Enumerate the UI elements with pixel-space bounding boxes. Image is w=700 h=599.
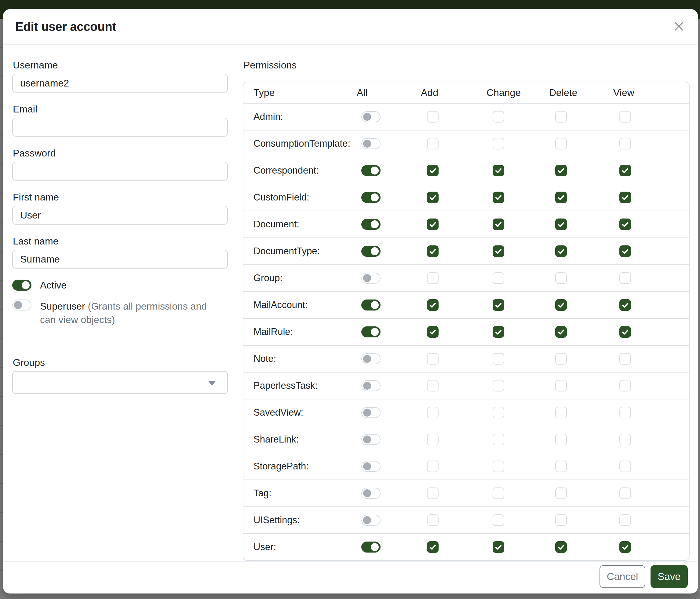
superuser-toggle[interactable] (12, 300, 31, 311)
permission-change-checkbox[interactable] (493, 192, 504, 203)
checkmark-icon (495, 167, 502, 174)
permission-add-checkbox[interactable] (427, 326, 439, 338)
permission-view-checkbox[interactable] (619, 460, 631, 472)
permission-add-checkbox[interactable] (427, 218, 439, 230)
permission-all-toggle[interactable] (361, 272, 380, 284)
permission-all-toggle[interactable] (361, 488, 380, 499)
permission-all-toggle[interactable] (361, 219, 380, 230)
permission-delete-checkbox[interactable] (555, 138, 567, 149)
permission-change-checkbox[interactable] (493, 487, 504, 499)
permission-delete-checkbox[interactable] (555, 165, 567, 176)
permission-all-toggle[interactable] (361, 380, 380, 391)
permission-delete-checkbox[interactable] (555, 326, 567, 338)
permission-change-checkbox[interactable] (493, 353, 504, 365)
permission-change-checkbox[interactable] (493, 514, 504, 526)
permission-change-checkbox[interactable] (493, 407, 504, 418)
permission-add-checkbox[interactable] (427, 111, 439, 123)
permission-add-checkbox[interactable] (427, 353, 439, 365)
permission-add-checkbox[interactable] (427, 272, 439, 284)
permission-delete-checkbox[interactable] (555, 299, 567, 311)
permission-view-checkbox[interactable] (619, 138, 631, 149)
permission-add-checkbox[interactable] (427, 407, 439, 418)
permission-add-checkbox[interactable] (427, 514, 439, 526)
permission-view-checkbox[interactable] (619, 218, 631, 230)
permission-all-toggle[interactable] (361, 542, 380, 553)
permission-add-checkbox[interactable] (427, 487, 439, 499)
permission-all-toggle[interactable] (361, 192, 380, 203)
permission-view-checkbox[interactable] (619, 326, 631, 338)
permission-view-checkbox[interactable] (619, 272, 631, 284)
permission-all-toggle[interactable] (361, 407, 380, 418)
permission-change-checkbox[interactable] (493, 111, 504, 123)
permission-all-toggle[interactable] (361, 353, 380, 364)
permission-delete-checkbox[interactable] (555, 218, 567, 230)
permission-change-checkbox[interactable] (493, 326, 504, 338)
permission-add-checkbox[interactable] (427, 380, 439, 391)
permission-add-checkbox[interactable] (427, 460, 439, 472)
save-button[interactable]: Save (651, 565, 688, 588)
permission-view-checkbox[interactable] (619, 111, 631, 123)
permission-all-toggle[interactable] (361, 300, 380, 311)
permission-view-checkbox[interactable] (619, 165, 631, 176)
permission-delete-checkbox[interactable] (555, 541, 567, 553)
permission-view-checkbox[interactable] (619, 299, 631, 311)
groups-select[interactable] (12, 371, 228, 394)
permission-all-toggle[interactable] (361, 461, 380, 472)
permission-add-checkbox[interactable] (427, 138, 439, 149)
permission-change-checkbox[interactable] (493, 299, 504, 311)
permission-view-checkbox[interactable] (619, 380, 631, 391)
permission-delete-checkbox[interactable] (555, 380, 567, 391)
permission-change-checkbox[interactable] (493, 245, 504, 257)
permission-delete-checkbox[interactable] (555, 434, 567, 445)
permission-all-toggle[interactable] (361, 111, 380, 122)
permission-add-checkbox[interactable] (427, 192, 439, 203)
permission-all-toggle[interactable] (361, 327, 380, 337)
permission-delete-checkbox[interactable] (555, 514, 567, 526)
permission-add-checkbox[interactable] (427, 541, 439, 553)
permission-view-checkbox[interactable] (619, 434, 631, 445)
permission-type-label: StoragePath: (243, 461, 357, 472)
permission-delete-checkbox[interactable] (555, 407, 567, 418)
permission-all-toggle[interactable] (361, 165, 380, 176)
cancel-button[interactable]: Cancel (600, 565, 645, 588)
permission-add-checkbox[interactable] (427, 434, 439, 445)
first-name-input[interactable] (12, 206, 228, 224)
permission-delete-checkbox[interactable] (555, 353, 567, 365)
permission-all-toggle[interactable] (361, 246, 380, 257)
toggle-knob (363, 382, 371, 390)
permission-view-checkbox[interactable] (619, 487, 631, 499)
close-button[interactable] (672, 20, 686, 33)
permission-change-checkbox[interactable] (493, 460, 504, 472)
permission-change-checkbox[interactable] (493, 138, 504, 149)
password-input[interactable] (12, 162, 228, 181)
active-toggle[interactable] (12, 280, 31, 291)
username-input[interactable] (12, 74, 228, 93)
permission-delete-checkbox[interactable] (555, 460, 567, 472)
permission-add-checkbox[interactable] (427, 245, 439, 257)
permission-view-checkbox[interactable] (619, 541, 631, 553)
permission-all-toggle[interactable] (361, 514, 380, 526)
permission-view-checkbox[interactable] (619, 407, 631, 418)
permission-delete-checkbox[interactable] (555, 272, 567, 284)
permission-delete-checkbox[interactable] (555, 192, 567, 203)
last-name-input[interactable] (12, 250, 228, 269)
permission-change-checkbox[interactable] (493, 165, 504, 176)
permission-view-checkbox[interactable] (619, 245, 631, 257)
permission-delete-checkbox[interactable] (555, 487, 567, 499)
permission-change-checkbox[interactable] (493, 434, 504, 445)
permission-change-checkbox[interactable] (493, 380, 504, 391)
permission-delete-checkbox[interactable] (555, 245, 567, 257)
permission-all-toggle[interactable] (361, 138, 380, 149)
permission-change-checkbox[interactable] (493, 272, 504, 284)
permission-delete-checkbox[interactable] (555, 111, 567, 123)
permission-all-toggle[interactable] (361, 434, 380, 445)
permission-add-checkbox[interactable] (427, 299, 439, 311)
permission-view-checkbox[interactable] (619, 353, 631, 365)
toggle-knob (363, 516, 371, 524)
permission-view-checkbox[interactable] (619, 514, 631, 526)
permission-add-checkbox[interactable] (427, 165, 439, 176)
email-input[interactable] (12, 118, 228, 137)
permission-change-checkbox[interactable] (493, 218, 504, 230)
permission-view-checkbox[interactable] (619, 192, 631, 203)
permission-change-checkbox[interactable] (493, 541, 504, 553)
